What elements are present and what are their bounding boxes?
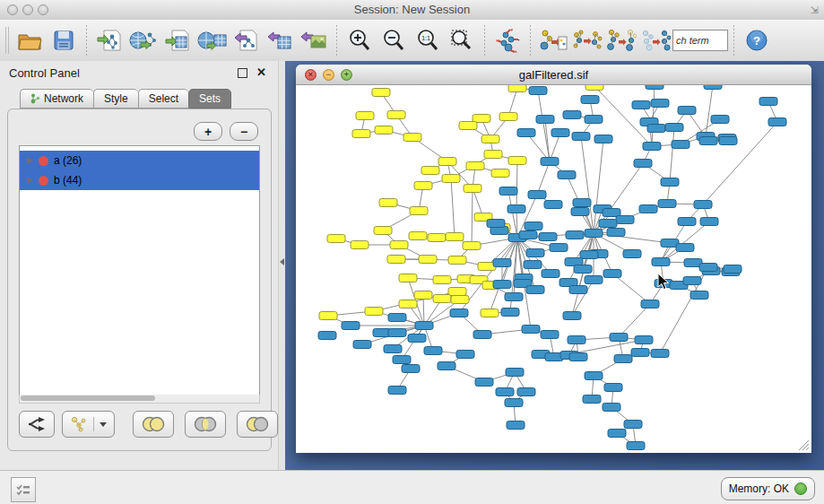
graph-node-blue[interactable]	[558, 171, 576, 179]
graph-node-yellow[interactable]	[387, 111, 405, 119]
task-history-button[interactable]	[11, 477, 36, 502]
graph-node-yellow[interactable]	[508, 157, 526, 165]
graph-node-blue[interactable]	[496, 388, 514, 396]
graph-node-blue[interactable]	[402, 365, 420, 373]
graph-node-blue[interactable]	[568, 336, 585, 344]
graph-node-blue[interactable]	[699, 137, 717, 145]
graph-node-yellow[interactable]	[319, 312, 337, 320]
graph-node-blue[interactable]	[719, 137, 737, 145]
zoom-fit-selected-button[interactable]	[445, 23, 479, 57]
graph-node-yellow[interactable]	[352, 130, 370, 138]
network-canvas[interactable]	[296, 85, 811, 453]
graph-node-blue[interactable]	[499, 187, 517, 196]
graph-node-yellow[interactable]	[481, 135, 499, 143]
graph-node-blue[interactable]	[563, 111, 581, 119]
graph-node-blue[interactable]	[487, 220, 505, 228]
disclosure-triangle-icon[interactable]	[27, 157, 33, 164]
graph-node-blue[interactable]	[475, 378, 493, 387]
graph-node-blue[interactable]	[388, 314, 406, 322]
graph-node-blue[interactable]	[563, 312, 581, 320]
graph-node-blue[interactable]	[604, 384, 622, 392]
graph-node-blue[interactable]	[541, 331, 559, 339]
graph-node-yellow[interactable]	[428, 234, 446, 242]
graph-node-blue[interactable]	[676, 244, 694, 252]
graph-node-blue[interactable]	[536, 116, 554, 124]
graph-node-blue[interactable]	[641, 300, 659, 308]
graph-node-blue[interactable]	[614, 355, 632, 363]
graph-node-blue[interactable]	[704, 85, 722, 90]
open-session-button[interactable]	[13, 23, 47, 57]
graph-node-blue[interactable]	[634, 160, 652, 168]
graph-node-yellow[interactable]	[491, 169, 509, 178]
graph-node-blue[interactable]	[608, 430, 626, 438]
graph-node-blue[interactable]	[651, 100, 669, 108]
graph-node-blue[interactable]	[585, 116, 603, 124]
graph-node-blue[interactable]	[544, 201, 562, 209]
graph-edge[interactable]	[706, 85, 713, 136]
export-table-button[interactable]	[263, 23, 297, 57]
graph-node-blue[interactable]	[583, 395, 601, 404]
create-network-from-set-button[interactable]	[62, 411, 115, 438]
memory-status-button[interactable]: Memory: OK	[721, 477, 815, 500]
graph-node-blue[interactable]	[569, 353, 587, 361]
zoom-out-button[interactable]	[377, 23, 411, 57]
graph-node-yellow[interactable]	[448, 288, 466, 296]
graph-node-blue[interactable]	[603, 404, 620, 412]
union-sets-button[interactable]	[133, 411, 174, 438]
copy-style-button[interactable]	[536, 23, 570, 57]
graph-node-yellow[interactable]	[421, 167, 439, 175]
graph-node-blue[interactable]	[616, 216, 634, 224]
tab-sets[interactable]: Sets	[188, 89, 231, 109]
graph-node-blue[interactable]	[517, 388, 535, 396]
graph-node-blue[interactable]	[768, 118, 786, 126]
graph-node-yellow[interactable]	[499, 113, 517, 121]
graph-node-blue[interactable]	[603, 270, 621, 278]
graph-node-blue[interactable]	[517, 129, 535, 137]
graph-node-blue[interactable]	[672, 141, 690, 149]
fullscreen-icon[interactable]: ⇲	[811, 4, 819, 16]
graph-node-yellow[interactable]	[446, 233, 464, 241]
graph-node-blue[interactable]	[678, 107, 696, 115]
graph-node-blue[interactable]	[572, 133, 590, 141]
graph-node-blue[interactable]	[438, 362, 455, 370]
graph-node-blue[interactable]	[661, 178, 679, 187]
graph-edge[interactable]	[516, 161, 517, 209]
graph-node-yellow[interactable]	[433, 276, 451, 284]
graph-node-yellow[interactable]	[463, 242, 481, 250]
graph-node-blue[interactable]	[450, 309, 468, 317]
disclosure-triangle-icon[interactable]	[27, 177, 33, 184]
graph-node-yellow[interactable]	[459, 122, 477, 130]
graph-node-blue[interactable]	[635, 336, 653, 344]
graph-node-blue[interactable]	[585, 230, 603, 238]
graph-node-blue[interactable]	[408, 335, 426, 343]
graph-node-yellow[interactable]	[451, 296, 469, 304]
graph-node-yellow[interactable]	[448, 256, 466, 265]
graph-node-blue[interactable]	[639, 205, 657, 213]
tab-style[interactable]: Style	[93, 89, 138, 109]
graph-node-blue[interactable]	[342, 322, 360, 330]
graph-node-blue[interactable]	[647, 125, 665, 133]
graph-node-yellow[interactable]	[438, 158, 456, 166]
graph-node-yellow[interactable]	[585, 85, 603, 91]
graph-node-blue[interactable]	[506, 369, 524, 377]
graph-node-yellow[interactable]	[351, 241, 369, 249]
graph-node-yellow[interactable]	[484, 151, 502, 159]
graph-node-yellow[interactable]	[375, 126, 393, 135]
tab-network[interactable]: Network	[20, 89, 93, 109]
zoom-in-button[interactable]	[343, 23, 377, 57]
graph-node-yellow[interactable]	[419, 256, 437, 264]
graph-node-blue[interactable]	[539, 233, 557, 241]
graph-node-blue[interactable]	[550, 244, 568, 252]
graph-node-blue[interactable]	[599, 220, 617, 228]
help-button[interactable]: ?	[740, 23, 774, 57]
graph-node-blue[interactable]	[585, 276, 603, 284]
graph-node-blue[interactable]	[388, 387, 406, 395]
export-image-button[interactable]	[297, 23, 331, 57]
graph-node-yellow[interactable]	[399, 300, 417, 308]
graph-node-blue[interactable]	[658, 200, 676, 208]
graph-node-yellow[interactable]	[372, 89, 390, 97]
graph-node-blue[interactable]	[627, 442, 645, 450]
graph-node-yellow[interactable]	[409, 232, 427, 240]
scrollbar-thumb[interactable]	[21, 395, 155, 401]
tab-select[interactable]: Select	[138, 89, 188, 109]
